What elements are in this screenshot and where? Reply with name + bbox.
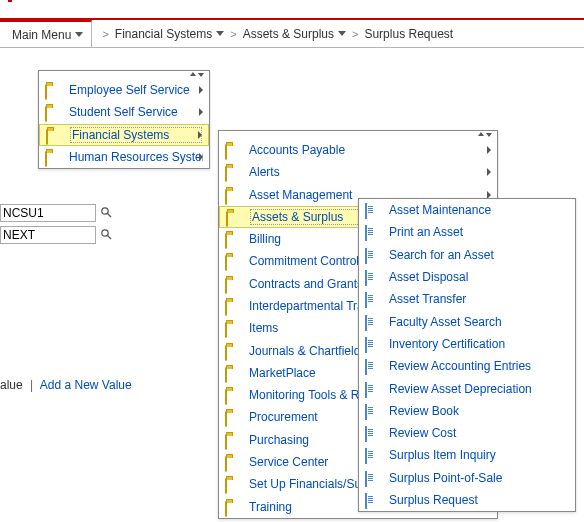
menu-item[interactable]: Review Asset Depreciation [359, 377, 575, 399]
menu-sort-controls[interactable] [219, 131, 497, 139]
folder-icon [45, 106, 59, 118]
folder-icon [225, 166, 239, 178]
crumb-assets-surplus[interactable]: Assets & Surplus [243, 27, 346, 41]
menu-item-label: Human Resources Systems [69, 150, 203, 164]
menu-item[interactable]: Student Self Service [39, 101, 209, 123]
document-icon [365, 427, 379, 439]
folder-icon [225, 300, 239, 312]
folder-icon [225, 345, 239, 357]
document-icon [365, 316, 379, 328]
menu-item[interactable]: Accounts Payable [219, 139, 497, 161]
menu-item-label: Search for an Asset [389, 248, 569, 262]
folder-icon [45, 84, 59, 96]
chevron-right-icon [198, 131, 202, 139]
menu-item[interactable]: Financial Systems [39, 124, 209, 146]
search-block [0, 204, 112, 248]
folder-icon [226, 211, 240, 223]
menu-item[interactable]: Human Resources Systems [39, 146, 209, 168]
sort-desc-icon [486, 133, 492, 137]
folder-icon [225, 322, 239, 334]
menu-item-label: Asset Transfer [389, 292, 569, 306]
document-icon [365, 249, 379, 261]
folder-icon [46, 129, 60, 141]
menu-item[interactable]: Inventory Certification [359, 333, 575, 355]
menu-item-label: Asset Maintenance [389, 203, 569, 217]
menu-item-label: Print an Asset [389, 225, 569, 239]
menu-sort-controls[interactable] [39, 71, 209, 79]
chevron-down-icon [75, 32, 83, 37]
folder-icon [225, 278, 239, 290]
menu-item-label: Asset Disposal [389, 270, 569, 284]
document-icon [365, 472, 379, 484]
menu-item[interactable]: Surplus Request [359, 489, 575, 511]
document-icon [365, 271, 379, 283]
folder-icon [225, 144, 239, 156]
chevron-right-icon [199, 108, 203, 116]
folder-icon [225, 189, 239, 201]
breadcrumb-separator: > [102, 28, 108, 40]
folder-icon [225, 367, 239, 379]
crumb-surplus-request: Surplus Request [364, 27, 453, 41]
menu-item-label: Review Book [389, 404, 569, 418]
menu-item[interactable]: Asset Disposal [359, 266, 575, 288]
menu-item[interactable]: Alerts [219, 161, 497, 183]
search-input-2[interactable] [0, 226, 96, 244]
breadcrumb: Main Menu > Financial Systems > Assets &… [0, 20, 584, 48]
menu-item-label: Accounts Payable [249, 143, 491, 157]
svg-line-3 [108, 235, 112, 239]
menu-item-label: Review Cost [389, 426, 569, 440]
top-accent-bar [0, 0, 584, 20]
menu-item-label: Faculty Asset Search [389, 315, 569, 329]
menu-item-label: Alerts [249, 165, 491, 179]
menu-item[interactable]: Search for an Asset [359, 244, 575, 266]
folder-icon [45, 151, 59, 163]
sort-asc-icon [190, 72, 196, 76]
document-icon [365, 360, 379, 372]
menu-item[interactable]: Print an Asset [359, 221, 575, 243]
document-icon [365, 383, 379, 395]
folder-icon [225, 478, 239, 490]
main-menu-panel: Employee Self ServiceStudent Self Servic… [38, 70, 210, 169]
folder-icon [225, 501, 239, 513]
menu-item[interactable]: Faculty Asset Search [359, 310, 575, 332]
breadcrumb-separator: > [230, 28, 236, 40]
document-icon [365, 226, 379, 238]
folder-icon [225, 389, 239, 401]
menu-item-label: Inventory Certification [389, 337, 569, 351]
chevron-down-icon [338, 31, 346, 36]
menu-item[interactable]: Surplus Point-of-Sale [359, 467, 575, 489]
search-icon[interactable] [100, 228, 112, 243]
chevron-right-icon [199, 86, 203, 94]
menu-item[interactable]: Surplus Item Inquiry [359, 444, 575, 466]
chevron-right-icon [487, 168, 491, 176]
main-menu-dropdown[interactable]: Main Menu [0, 20, 92, 48]
assets-surplus-submenu: Asset MaintenancePrint an AssetSearch fo… [358, 198, 576, 512]
menu-item-label: Surplus Request [389, 493, 569, 507]
document-icon [365, 494, 379, 506]
folder-icon [225, 411, 239, 423]
chevron-down-icon [216, 31, 224, 36]
crumb-label: Surplus Request [364, 27, 453, 41]
chevron-right-icon [199, 153, 203, 161]
menu-item[interactable]: Employee Self Service [39, 79, 209, 101]
menu-item[interactable]: Review Cost [359, 422, 575, 444]
folder-icon [225, 255, 239, 267]
menu-item[interactable]: Asset Maintenance [359, 199, 575, 221]
link-row: alue | Add a New Value [0, 378, 132, 392]
menu-item-label: Student Self Service [69, 105, 203, 119]
menu-item[interactable]: Review Book [359, 400, 575, 422]
page-body: alue | Add a New Value Employee Self Ser… [0, 48, 584, 522]
svg-point-0 [102, 207, 108, 213]
chevron-right-icon [487, 146, 491, 154]
menu-item[interactable]: Asset Transfer [359, 288, 575, 310]
breadcrumb-separator: > [352, 28, 358, 40]
menu-item[interactable]: Review Accounting Entries [359, 355, 575, 377]
crumb-financial-systems[interactable]: Financial Systems [115, 27, 224, 41]
search-input-1[interactable] [0, 204, 96, 222]
menu-item-label: Review Accounting Entries [389, 359, 569, 373]
crumb-label: Financial Systems [115, 27, 212, 41]
add-new-value-link[interactable]: Add a New Value [40, 378, 132, 392]
document-icon [365, 338, 379, 350]
folder-icon [225, 434, 239, 446]
search-icon[interactable] [100, 206, 112, 221]
